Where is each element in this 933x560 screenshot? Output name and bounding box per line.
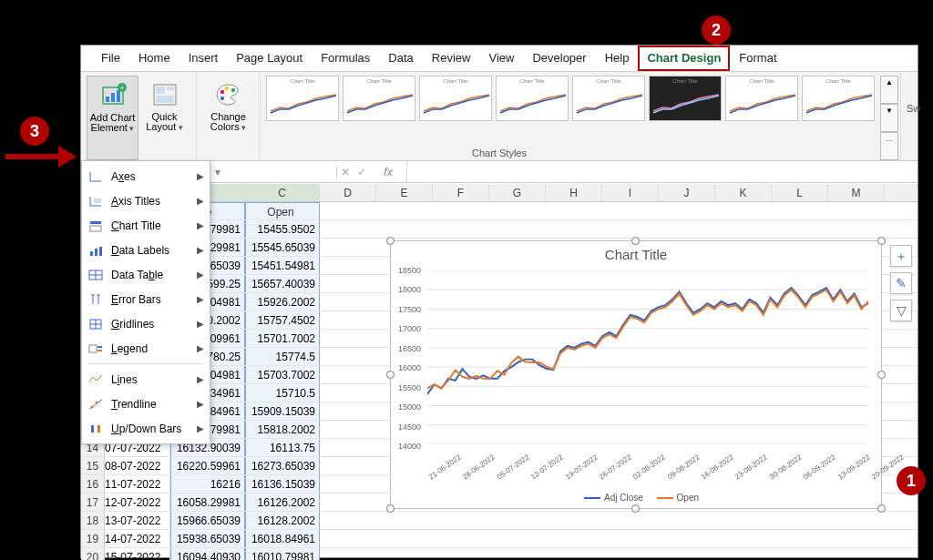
gallery-scroll[interactable]: ▲: [880, 76, 898, 104]
tab-format[interactable]: Format: [730, 46, 785, 71]
cell[interactable]: 16216: [170, 475, 245, 493]
menu-gridlines[interactable]: Gridlines▶: [82, 311, 210, 336]
cancel-icon[interactable]: ✕: [337, 166, 354, 178]
cell[interactable]: 15657.40039: [245, 275, 320, 292]
cell[interactable]: 13-07-2022: [105, 512, 170, 529]
tab-chart-design[interactable]: Chart Design: [638, 46, 730, 71]
cell[interactable]: 14-07-2022: [105, 530, 170, 547]
row-header[interactable]: 19: [81, 530, 105, 547]
menu-trendline[interactable]: Trendline▶: [82, 392, 210, 416]
menu-updown[interactable]: Up/Down Bars▶: [82, 416, 210, 441]
row-header[interactable]: 18: [81, 512, 105, 529]
chart-style-thumb[interactable]: Chart Title: [266, 76, 339, 121]
row-header[interactable]: 16: [81, 475, 105, 493]
tab-developer[interactable]: Developer: [523, 46, 595, 71]
resize-handle[interactable]: [877, 504, 886, 513]
column-header[interactable]: E: [376, 184, 433, 201]
menu-data-labels[interactable]: Data Labels▶: [82, 238, 210, 262]
cell[interactable]: 15818.2002: [245, 421, 320, 438]
resize-handle[interactable]: [631, 237, 640, 245]
chart-style-thumb[interactable]: Chart Title: [572, 76, 645, 121]
name-box[interactable]: ▾: [210, 166, 337, 178]
menu-lines[interactable]: Lines▶: [82, 367, 210, 392]
chart-elements-button[interactable]: ＋: [890, 245, 912, 267]
chart-style-thumb[interactable]: Chart Title: [649, 76, 722, 121]
tab-formulas[interactable]: Formulas: [312, 46, 379, 71]
cell[interactable]: 16094.40930: [170, 548, 245, 560]
column-header[interactable]: K: [715, 184, 772, 201]
embedded-chart[interactable]: Chart Title 1400014500150001550016000165…: [390, 240, 882, 509]
column-header[interactable]: M: [828, 184, 885, 201]
tab-data[interactable]: Data: [379, 46, 422, 71]
cell[interactable]: 15451.54981: [245, 257, 320, 274]
chart-style-thumb[interactable]: Chart Title: [802, 76, 875, 121]
chart-style-thumb[interactable]: Chart Title: [725, 76, 798, 121]
column-header[interactable]: G: [489, 184, 546, 201]
cell[interactable]: 15926.2002: [245, 293, 320, 311]
cell[interactable]: 15966.65039: [170, 512, 245, 529]
cell[interactable]: 15455.9502: [245, 220, 320, 238]
tab-review[interactable]: Review: [423, 46, 480, 71]
chart-style-thumb[interactable]: Chart Title: [419, 76, 492, 121]
chart-style-thumb[interactable]: Chart Title: [496, 76, 569, 121]
chart-legend[interactable]: Adj Close Open: [391, 493, 881, 503]
cell[interactable]: 16273.65039: [245, 457, 320, 474]
cell[interactable]: 11-07-2022: [105, 475, 170, 493]
cell[interactable]: 15-07-2022: [105, 548, 170, 560]
menu-axes[interactable]: Axes▶: [82, 164, 210, 188]
cell[interactable]: 08-07-2022: [105, 457, 170, 474]
chart-style-thumb[interactable]: Chart Title: [343, 76, 415, 121]
cell[interactable]: 16018.84961: [245, 530, 320, 547]
cell[interactable]: 12-07-2022: [105, 494, 170, 511]
tab-view[interactable]: View: [479, 46, 523, 71]
tab-insert[interactable]: Insert: [179, 46, 228, 71]
cell[interactable]: 16010.79981: [245, 548, 320, 560]
tab-help[interactable]: Help: [596, 46, 639, 71]
cell[interactable]: 15909.15039: [245, 402, 320, 420]
cell[interactable]: 16126.2002: [245, 494, 320, 511]
menu-error-bars[interactable]: Error Bars▶: [82, 287, 210, 311]
cell[interactable]: 15774.5: [245, 348, 320, 365]
cell[interactable]: 16136.15039: [245, 475, 320, 493]
menu-axis-titles[interactable]: Axis Titles▶: [82, 188, 210, 213]
cell[interactable]: 15710.5: [245, 384, 320, 402]
cell[interactable]: Open: [245, 202, 320, 219]
menu-data-table[interactable]: Data Table▶: [82, 262, 210, 287]
menu-chart-title[interactable]: Chart Title▶: [82, 213, 210, 238]
menu-legend[interactable]: Legend▶: [82, 336, 210, 361]
column-header[interactable]: I: [602, 184, 659, 201]
tab-home[interactable]: Home: [129, 46, 179, 71]
cell[interactable]: 15703.7002: [245, 366, 320, 383]
chart-styles-button[interactable]: ✎: [890, 272, 912, 294]
cell[interactable]: 15757.4502: [245, 311, 320, 329]
resize-handle[interactable]: [386, 371, 395, 379]
resize-handle[interactable]: [386, 237, 395, 245]
tab-file[interactable]: File: [92, 46, 129, 71]
row-header[interactable]: 17: [81, 494, 105, 511]
resize-handle[interactable]: [877, 371, 886, 379]
column-header[interactable]: F: [433, 184, 489, 201]
formula-input[interactable]: [406, 161, 918, 182]
resize-handle[interactable]: [386, 504, 395, 513]
chart-filter-button[interactable]: ▽: [890, 300, 912, 321]
cell[interactable]: 16220.59961: [170, 457, 245, 474]
column-header[interactable]: D: [320, 184, 376, 201]
cell[interactable]: 16128.2002: [245, 512, 320, 529]
column-header[interactable]: J: [659, 184, 715, 201]
row-header[interactable]: 15: [81, 457, 105, 474]
column-header[interactable]: L: [772, 184, 828, 201]
resize-handle[interactable]: [877, 237, 886, 245]
column-header[interactable]: H: [546, 184, 602, 201]
cell[interactable]: 16058.29981: [170, 494, 245, 511]
cell[interactable]: 15545.65039: [245, 239, 320, 256]
cell[interactable]: 15701.7002: [245, 330, 320, 347]
fx-icon[interactable]: fx: [370, 166, 406, 178]
cell[interactable]: 15938.65039: [170, 530, 245, 547]
cell[interactable]: 16113.75: [245, 439, 320, 456]
row-header[interactable]: 20: [81, 548, 105, 560]
chart-plot-area[interactable]: [427, 270, 868, 444]
tab-page-layout[interactable]: Page Layout: [227, 46, 312, 71]
resize-handle[interactable]: [631, 504, 640, 513]
check-icon[interactable]: ✓: [354, 166, 370, 178]
gallery-scroll[interactable]: ▼: [880, 104, 898, 132]
